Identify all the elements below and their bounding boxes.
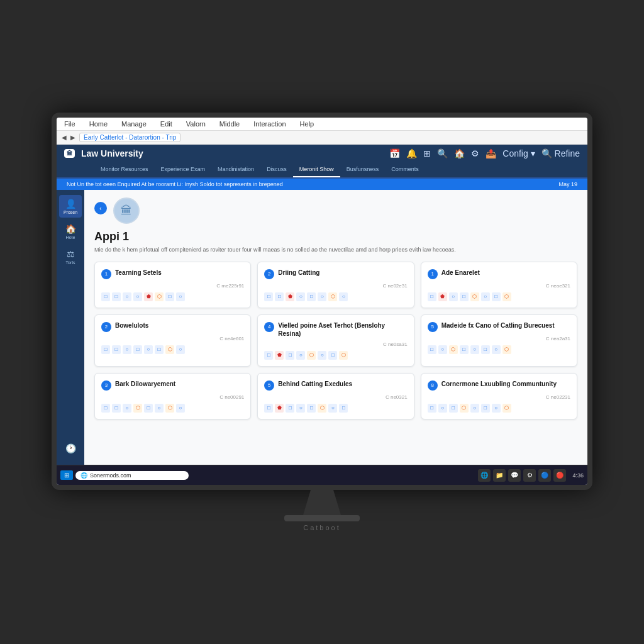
forward-nav-icon[interactable]: ▶ (70, 134, 75, 141)
mini-icon: ⬡ (318, 404, 326, 413)
mini-icon: □ (286, 404, 294, 413)
monitor-stand (303, 490, 341, 515)
card-5-title[interactable]: Vielled poine Aset Terhot (Benslohy Resi… (278, 321, 407, 338)
sidebar-item-torts[interactable]: ⚖ Torts (59, 245, 82, 268)
share-icon[interactable]: 📤 (486, 148, 496, 158)
notification-icon[interactable]: 🔔 (406, 148, 417, 158)
menu-valorn[interactable]: Valorn (184, 119, 208, 129)
app-header: 🏛 Law University 📅 🔔 ⊞ 🔍 🏠 ⚙ 📤 Config ▾ … (57, 145, 587, 162)
search-bar[interactable]: 🔍 Refine (541, 148, 580, 158)
page-title: Appi 1 (94, 230, 577, 243)
back-button[interactable]: ‹ (94, 202, 107, 214)
mini-icon: □ (428, 404, 436, 413)
card-3-number: 1 (428, 269, 438, 279)
breadcrumb[interactable]: Early Catterlot - Datarortion - Trip (79, 133, 180, 142)
start-button[interactable]: ⊞ (60, 470, 73, 480)
card-6-title[interactable]: Madeide fx Cano of Catling Burecuest (441, 321, 555, 330)
calendar-icon[interactable]: 📅 (389, 148, 400, 158)
mini-icon: ○ (296, 292, 305, 301)
mini-icon: □ (428, 345, 436, 354)
card-3-icons: □ ⬟ ○ □ ⬡ ○ □ ⬡ (428, 292, 570, 301)
sidebar-item-prosen[interactable]: 👤 Prosen (59, 195, 82, 218)
settings-icon[interactable]: ⚙ (471, 148, 479, 158)
card-1-title[interactable]: Tearning Setels (115, 269, 162, 277)
menu-manage[interactable]: Manage (119, 119, 149, 129)
mini-icon: □ (264, 404, 273, 413)
scales-icon: ⚖ (67, 249, 75, 259)
mini-icon: □ (101, 292, 110, 301)
mini-icon: ○ (133, 292, 142, 301)
mini-icon: ○ (470, 345, 479, 354)
mini-icon: ⬡ (339, 351, 348, 360)
person-icon: 👤 (65, 199, 76, 209)
mini-icon: □ (481, 404, 490, 413)
card-7-title[interactable]: Bark Dilowaryement (115, 380, 175, 388)
monitor-brand-label: Catboot (303, 524, 341, 531)
card-8-title[interactable]: Behind Catting Exedules (278, 380, 352, 388)
taskbar-edge-icon[interactable]: 🌐 (478, 469, 491, 482)
grid-icon[interactable]: ⊞ (423, 148, 431, 158)
tab-mandinistation[interactable]: Mandinistation (211, 162, 260, 177)
back-nav-icon[interactable]: ◀ (62, 134, 67, 141)
notification-date: May 19 (558, 181, 577, 187)
tab-comments[interactable]: Comments (385, 162, 425, 177)
mini-icon: ○ (176, 292, 185, 301)
mini-icon: □ (328, 351, 337, 360)
card-3-title[interactable]: Ade Enarelet (441, 269, 480, 277)
card-9-title[interactable]: Cornermone Lxuubling Communtunity (441, 380, 557, 388)
card-9-icons: □ ○ □ ⬡ ○ □ ○ ⬡ (428, 404, 570, 413)
card-1-number: 1 (101, 269, 111, 279)
tab-experience-exam[interactable]: Experience Exam (155, 162, 212, 177)
mini-icon: □ (307, 292, 316, 301)
card-2-title[interactable]: Driing Catting (278, 269, 319, 277)
card-4-title[interactable]: Bowelulots (115, 321, 148, 330)
mini-icon: ○ (144, 345, 153, 354)
menu-help[interactable]: Help (297, 119, 317, 129)
sidebar-item-hote[interactable]: 🏠 Hote (59, 220, 82, 243)
card-2-meta: C ne02e31 (264, 283, 407, 289)
config-dropdown[interactable]: Config ▾ (502, 148, 535, 158)
taskbar-app-icon[interactable]: 🔴 (553, 469, 566, 482)
taskbar-folder-icon[interactable]: 📁 (493, 469, 506, 482)
taskbar-clock: 4:36 (572, 472, 584, 479)
mini-icon: □ (144, 404, 153, 413)
mini-icon: ○ (470, 404, 479, 413)
mini-icon: □ (264, 351, 273, 360)
address-bar: ◀ ▶ Early Catterlot - Datarortion - Trip (57, 131, 587, 145)
app-logo-icon: 🏛 (64, 149, 75, 158)
search-icon[interactable]: 🔍 (437, 148, 448, 158)
home-icon[interactable]: 🏠 (454, 148, 465, 158)
taskbar-chat-icon[interactable]: 💬 (508, 469, 521, 482)
tab-meronit-show[interactable]: Meronit Show (293, 162, 340, 177)
mini-icon: ⬡ (502, 345, 511, 354)
card-6-header: 5 Madeide fx Cano of Catling Burecuest (428, 321, 570, 332)
mini-icon: ⬡ (165, 404, 174, 413)
taskbar-browser-icon[interactable]: 🔵 (538, 469, 551, 482)
menu-middle[interactable]: Middle (217, 119, 242, 129)
card-3-meta: C neae321 (428, 283, 570, 289)
mini-icon: □ (112, 404, 121, 413)
mini-icon: ⬡ (133, 404, 142, 413)
card-1-icons: □ □ ○ ○ ⬟ ⬡ □ ○ (101, 292, 244, 301)
mini-icon: ○ (318, 351, 326, 360)
menu-interaction[interactable]: Interaction (251, 119, 288, 129)
mini-icon: ○ (123, 292, 131, 301)
menu-edit[interactable]: Edit (158, 119, 175, 129)
mini-icon: ⬡ (470, 292, 479, 301)
card-9-meta: C ne02231 (428, 394, 570, 400)
browser-address-bar[interactable]: 🌐 Sonermods.com (75, 471, 189, 480)
mini-icon: □ (101, 404, 110, 413)
card-9: 8 Cornermone Lxuubling Communtunity C ne… (421, 373, 577, 419)
card-8-header: 5 Behind Catting Exedules (264, 380, 407, 391)
card-8-meta: C ne0321 (264, 394, 407, 400)
tab-discuss[interactable]: Discuss (260, 162, 293, 177)
menu-home[interactable]: Home (87, 119, 110, 129)
menu-file[interactable]: File (62, 119, 78, 129)
sidebar-item-clock[interactable]: 🕐 (59, 437, 82, 460)
tab-busfunsness[interactable]: Busfunsness (340, 162, 386, 177)
card-4-meta: C ne4e601 (101, 336, 244, 341)
tab-monitor-resources[interactable]: Monitor Resources (94, 162, 155, 177)
card-1-header: 1 Tearning Setels (101, 269, 244, 279)
card-6-icons: □ ○ ⬡ □ ○ □ ○ ⬡ (428, 345, 570, 354)
taskbar-settings-icon[interactable]: ⚙ (523, 469, 536, 482)
